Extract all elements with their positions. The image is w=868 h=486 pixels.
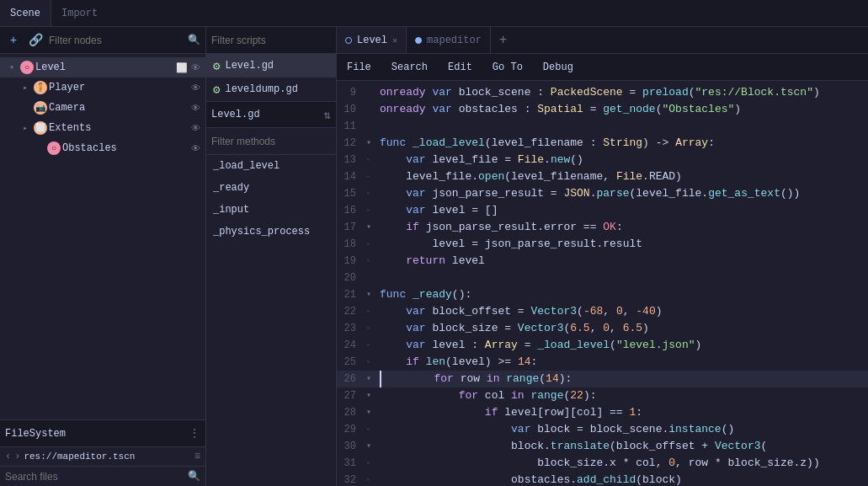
top-tab-bar: Scene Import <box>0 0 868 27</box>
code-line-9: 9 onready var block_scene : PackedScene … <box>337 84 868 101</box>
filter-nodes-search-icon[interactable]: 🔍 <box>188 34 200 46</box>
code-line-27: 27 ▾ for col in range(22): <box>337 387 868 404</box>
code-line-10: 10 onready var obstacles : Spatial = get… <box>337 101 868 118</box>
method-name-physics-process: _physics_process <box>213 226 310 238</box>
code-line-31: 31 ▸ block_size.x * col, 0, row * block_… <box>337 455 868 472</box>
method-name-ready: _ready <box>213 182 249 194</box>
script-name-level: Level.gd <box>225 60 274 72</box>
add-node-button[interactable]: + <box>5 32 22 49</box>
tab-scene[interactable]: Scene <box>0 0 51 26</box>
filesystem-search-icon[interactable]: 🔍 <box>188 470 200 483</box>
scripts-panel: 🔍 ⚙ Level.gd ⚙ leveldump.gd Level.gd ⇅ 🔍… <box>206 27 337 486</box>
player-node-icon: 🧍 <box>34 81 47 94</box>
player-eye-icon[interactable]: 👁 <box>191 83 200 93</box>
scripts-header: 🔍 <box>206 27 336 54</box>
code-line-28: 28 ▾ if level[row][col] == 1: <box>337 404 868 421</box>
tree-item-player[interactable]: ▸ 🧍 Player 👁 <box>0 77 205 98</box>
filesystem-panel: FileSystem ⋮ ‹ › res://mapeditor.tscn ≡ … <box>0 419 205 486</box>
editor-tab-mapeditor[interactable]: mapeditor <box>407 27 491 53</box>
menu-search[interactable]: Search <box>388 58 431 77</box>
code-line-29: 29 ▸ var block = block_scene.instance() <box>337 421 868 438</box>
extents-label: Extents <box>49 122 189 134</box>
method-load-level[interactable]: _load_level <box>206 155 336 177</box>
code-line-21: 21 ▾ func _ready(): <box>337 286 868 303</box>
player-actions: 👁 <box>191 83 200 93</box>
level-label: Level <box>35 61 174 73</box>
script-icon-level: ⚙ <box>213 59 220 73</box>
extents-actions: 👁 <box>191 123 200 134</box>
method-ready[interactable]: _ready <box>206 177 336 199</box>
code-line-16: 16 ▸ var level = [] <box>337 202 868 219</box>
code-line-18: 18 ▸ level = json_parse_result.result <box>337 236 868 253</box>
script-name-leveldump: leveldump.gd <box>225 83 297 95</box>
camera-label: Camera <box>49 102 189 114</box>
filesystem-menu-button[interactable]: ⋮ <box>189 426 200 441</box>
level-tab-dot <box>345 37 352 44</box>
filter-scripts-input[interactable] <box>211 35 338 46</box>
code-editor[interactable]: 9 onready var block_scene : PackedScene … <box>337 81 868 486</box>
method-physics-process[interactable]: _physics_process <box>206 221 336 243</box>
filesystem-path: res://mapeditor.tscn <box>24 451 190 462</box>
camera-actions: 👁 <box>191 103 200 114</box>
code-line-14: 14 ▸ level_file.open(level_filename, Fil… <box>337 168 868 185</box>
filesystem-search-bar: 🔍 <box>0 467 205 486</box>
code-line-17: 17 ▾ if json_parse_result.error == OK: <box>337 219 868 236</box>
tab-import[interactable]: Import <box>51 0 108 26</box>
level-node-icon: ○ <box>20 61 34 74</box>
level-tab-close[interactable]: ✕ <box>392 35 397 45</box>
tree-item-level[interactable]: ▾ ○ Level ⬜ 👁 <box>0 57 205 77</box>
mapeditor-tab-dot <box>415 37 422 44</box>
level-eye-icon[interactable]: 👁 <box>191 62 200 73</box>
method-input[interactable]: _input <box>206 199 336 221</box>
code-line-12: 12 ▾ func _load_level(level_filename : S… <box>337 135 868 152</box>
editor-tab-bar: Level ✕ mapeditor + <box>337 27 868 54</box>
filesystem-nav: ‹ › res://mapeditor.tscn ≡ <box>0 447 205 467</box>
filter-methods-input[interactable] <box>211 136 338 147</box>
tree-item-obstacles[interactable]: ○ Obstacles 👁 <box>0 138 205 158</box>
menu-file[interactable]: File <box>343 58 375 77</box>
code-line-26: 26 ▾ for row in range(14): <box>337 371 868 387</box>
player-label: Player <box>49 82 189 93</box>
level-script-icon[interactable]: ⬜ <box>176 62 188 73</box>
tree-item-camera[interactable]: 📷 Camera 👁 <box>0 98 205 118</box>
scene-tree: ▾ ○ Level ⬜ 👁 ▸ 🧍 Player 👁 <box>0 54 205 419</box>
filesystem-view-button[interactable]: ≡ <box>194 451 200 462</box>
camera-eye-icon[interactable]: 👁 <box>191 103 200 114</box>
script-item-level-gd[interactable]: ⚙ Level.gd <box>206 54 336 77</box>
mapeditor-tab-label: mapeditor <box>427 35 482 46</box>
methods-filter-bar: 🔍 <box>206 128 336 155</box>
script-item-leveldump-gd[interactable]: ⚙ leveldump.gd <box>206 77 336 101</box>
menu-edit[interactable]: Edit <box>445 58 476 77</box>
fs-back-button[interactable]: ‹ <box>5 451 11 462</box>
code-line-15: 15 ▸ var json_parse_result = JSON.parse(… <box>337 185 868 202</box>
tree-arrow-player: ▸ <box>19 83 32 93</box>
camera-node-icon: 📷 <box>34 101 47 115</box>
add-tab-button[interactable]: + <box>491 33 516 48</box>
code-line-25: 25 ▸ if len(level) >= 14: <box>337 354 868 371</box>
code-line-20: 20 <box>337 270 868 286</box>
code-line-32: 32 ▸ obstacles.add_child(block) <box>337 472 868 486</box>
tree-arrow-extents: ▸ <box>19 123 32 133</box>
methods-sort-button[interactable]: ⇅ <box>324 108 331 122</box>
code-line-19: 19 ▸ return level <box>337 253 868 270</box>
level-actions: ⬜ 👁 <box>176 62 200 73</box>
code-line-30: 30 ▾ block.translate(block_offset + Vect… <box>337 438 868 455</box>
menu-goto[interactable]: Go To <box>489 58 526 77</box>
link-button[interactable]: 🔗 <box>27 32 44 49</box>
tree-item-extents[interactable]: ▸ ⬜ Extents 👁 <box>0 118 205 138</box>
code-line-11: 11 <box>337 118 868 135</box>
script-icon-leveldump: ⚙ <box>213 83 220 97</box>
menu-debug[interactable]: Debug <box>540 58 577 77</box>
filesystem-search-input[interactable] <box>5 471 184 483</box>
extents-eye-icon[interactable]: 👁 <box>191 123 200 134</box>
fs-forward-button[interactable]: › <box>14 451 20 462</box>
code-line-24: 24 ▸ var level : Array = _load_level("le… <box>337 337 868 354</box>
obstacles-eye-icon[interactable]: 👁 <box>191 143 200 154</box>
editor-tab-level[interactable]: Level ✕ <box>337 27 407 53</box>
tree-arrow-level: ▾ <box>5 62 19 72</box>
method-name-input: _input <box>213 204 249 216</box>
methods-filename: Level.gd <box>211 109 321 120</box>
import-tab-label: Import <box>61 8 98 19</box>
code-line-13: 13 ▸ var level_file = File.new() <box>337 152 868 168</box>
filter-nodes-input[interactable] <box>49 35 183 46</box>
